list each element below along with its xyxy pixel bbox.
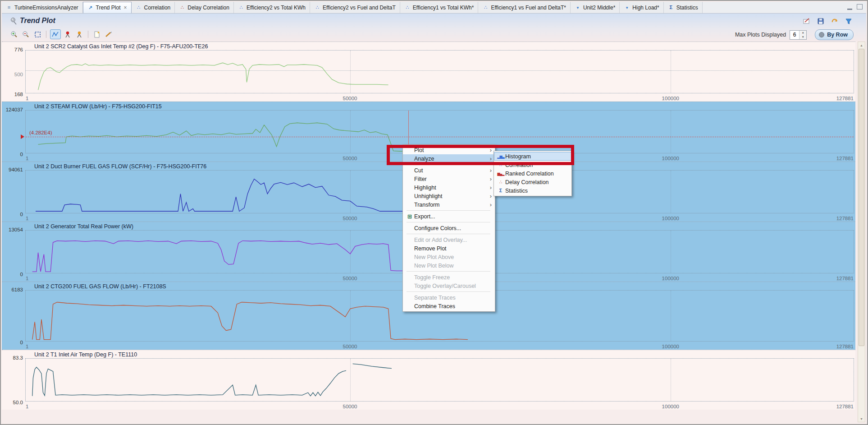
menu-item-label: Highlight <box>414 185 490 191</box>
context-menu-item[interactable] <box>403 163 495 166</box>
y-axis-min-label: 0 <box>3 152 23 157</box>
view-tab[interactable]: Unit2 Middle* <box>571 2 620 13</box>
red-marker-tool-icon[interactable] <box>63 30 73 39</box>
line-trace-tool-icon[interactable] <box>50 29 61 39</box>
x-tick-mid1: 50000 <box>343 344 357 349</box>
context-menu-item[interactable]: Filter <box>403 175 495 183</box>
context-menu-item[interactable]: Toggle Overlay/Carousel <box>403 282 495 290</box>
view-tab[interactable]: Delay Correlation <box>175 2 234 13</box>
tab-icon <box>314 5 320 10</box>
y-axis-max-label: 776 <box>3 47 23 52</box>
context-menu-item[interactable] <box>403 232 495 236</box>
edit-icon[interactable] <box>802 17 812 26</box>
x-tick-mid1: 50000 <box>343 404 357 409</box>
tab-icon <box>6 5 12 10</box>
plot-panel[interactable]: Unit 2 T1 Inlet Air Temp (Deg F) - TE111… <box>2 350 855 410</box>
view-tab[interactable]: Statistics <box>664 2 703 13</box>
tab-close-icon[interactable]: × <box>124 5 127 11</box>
menu-item-label: Plot <box>414 147 490 153</box>
view-tab[interactable]: Efficiency2 vs Total KWh <box>234 2 310 13</box>
menu-item-icon <box>496 171 505 176</box>
view-tab[interactable]: Efficiency1 vs Fuel and DeltaT* <box>478 2 571 13</box>
menu-item-label: Cut <box>414 167 490 174</box>
context-menu-item[interactable] <box>403 270 495 273</box>
scrollbar-thumb[interactable] <box>859 49 864 346</box>
filter-icon[interactable] <box>844 17 854 26</box>
max-plots-input[interactable] <box>790 31 799 39</box>
context-menu-item[interactable] <box>403 221 495 224</box>
submenu-arrow-icon <box>490 155 492 162</box>
menu-item-icon <box>496 180 505 185</box>
y-axis-min-label: 0 <box>3 340 23 345</box>
y-axis-max-label: 124037 <box>3 107 23 112</box>
submenu-item[interactable]: Statistics <box>494 186 571 195</box>
view-tab[interactable]: Efficiency2 vs Fuel and DeltaT <box>310 2 400 13</box>
threshold-line <box>26 137 854 137</box>
orange-marker-tool-icon[interactable] <box>74 30 84 39</box>
view-tab[interactable]: Efficiency1 vs Total KWh* <box>400 2 479 13</box>
context-menu-item[interactable] <box>403 290 495 293</box>
scroll-down-icon[interactable]: ▼ <box>858 416 865 422</box>
pushpin-icon[interactable] <box>9 17 18 27</box>
zoom-out-icon[interactable] <box>21 30 31 39</box>
context-menu-item[interactable]: New Plot Above <box>403 253 495 261</box>
menu-item-label: Ranked Correlation <box>505 171 568 177</box>
context-menu-item[interactable]: New Plot Below <box>403 261 495 270</box>
y-axis-mid-label: 500 <box>3 72 23 77</box>
pen-tool-icon[interactable] <box>104 30 114 39</box>
context-menu-item[interactable] <box>403 209 495 212</box>
chart-area[interactable] <box>25 50 854 93</box>
plot-title: Unit 2 T1 Inlet Air Temp (Deg F) - TE111… <box>34 351 137 358</box>
context-menu-item[interactable]: Plot <box>403 146 495 154</box>
tab-label: Efficiency2 vs Fuel and DeltaT <box>323 5 396 11</box>
context-menu-item[interactable]: Edit or Add Overlay... <box>403 236 495 244</box>
context-menu-item[interactable]: Analyze <box>403 154 495 163</box>
menu-item-label: Transform <box>414 202 490 208</box>
view-tab[interactable]: Trend Plot × <box>83 2 132 13</box>
chart-area[interactable] <box>25 358 854 402</box>
context-menu-item[interactable]: Combine Traces <box>403 302 495 310</box>
context-menu-item[interactable]: Transform <box>403 200 495 209</box>
view-tab[interactable]: Correlation <box>132 2 175 13</box>
zoom-in-icon[interactable] <box>9 30 19 39</box>
context-menu-item[interactable]: Highlight <box>403 183 495 192</box>
spinner-down-icon[interactable]: ▼ <box>799 35 806 39</box>
x-tick-mid2: 100000 <box>662 276 679 281</box>
new-note-icon[interactable] <box>92 30 102 39</box>
menu-item-label: Filter <box>414 176 490 182</box>
submenu-item[interactable]: Histogram <box>494 152 571 161</box>
refresh-icon[interactable] <box>830 17 840 26</box>
menu-item-label: Export... <box>414 213 490 220</box>
spinner-up-icon[interactable]: ▲ <box>799 31 806 35</box>
by-row-toggle[interactable]: By Row <box>815 29 854 40</box>
vertical-scrollbar[interactable]: ▲ ▼ <box>858 42 865 422</box>
maximize-icon[interactable] <box>857 4 863 9</box>
trace-plot <box>26 359 854 401</box>
header-actions <box>802 17 854 26</box>
menu-item-label: Correlation <box>505 162 568 168</box>
analyze-submenu: Histogram Correlation Ranked Correlation… <box>493 151 572 196</box>
submenu-item[interactable]: Correlation <box>494 161 571 169</box>
context-menu-item[interactable]: Configure Colors... <box>403 224 495 232</box>
toolbar-separator <box>88 31 88 38</box>
context-menu-item[interactable]: Export... <box>403 212 495 221</box>
view-tab[interactable]: TurbineEmissionsAnalyzer <box>2 2 83 13</box>
context-menu-item[interactable]: Unhighlight <box>403 192 495 200</box>
y-axis-max-label: 94061 <box>3 167 23 172</box>
menu-item-label: Delay Correlation <box>505 179 568 185</box>
threshold-marker-icon[interactable] <box>21 134 27 139</box>
minimize-icon[interactable] <box>847 4 852 10</box>
view-tab[interactable]: High Load* <box>620 2 663 13</box>
submenu-item[interactable]: Delay Correlation <box>494 178 571 186</box>
tab-icon <box>575 5 581 10</box>
submenu-item[interactable]: Ranked Correlation <box>494 169 571 178</box>
scroll-up-icon[interactable]: ▲ <box>858 42 865 48</box>
context-menu-item[interactable]: Remove Plot <box>403 244 495 253</box>
context-menu-item[interactable]: Separate Traces <box>403 293 495 302</box>
context-menu-item[interactable]: Toggle Freeze <box>403 273 495 282</box>
x-tick-end: 127881 <box>836 404 854 409</box>
zoom-fit-icon[interactable] <box>32 30 42 39</box>
plot-panel[interactable]: Unit 2 SCR2 Catalyst Gas Inlet Temp #2 (… <box>2 42 855 102</box>
context-menu-item[interactable]: Cut <box>403 166 495 175</box>
save-icon[interactable] <box>816 17 826 26</box>
